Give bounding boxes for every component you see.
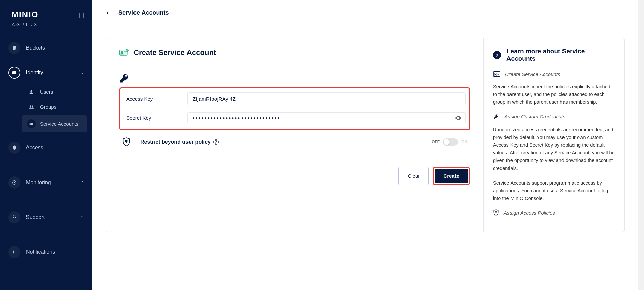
secret-key-label: Secret Key xyxy=(124,115,187,121)
button-row: Clear Create xyxy=(119,167,470,185)
svg-point-8 xyxy=(30,123,31,124)
help-paragraph: Randomized access credentials are recomm… xyxy=(493,126,615,172)
credentials-highlight: Access Key Secret Key xyxy=(119,87,470,130)
shield-outline-icon xyxy=(493,209,499,216)
svg-rect-7 xyxy=(30,123,33,125)
help-paragraph: Service Accounts inherit the policies ex… xyxy=(493,83,615,106)
toggle-off-label: OFF xyxy=(432,140,440,144)
sidebar-item-identity[interactable]: Identity ⌄ xyxy=(5,62,87,83)
access-icon xyxy=(8,142,20,154)
sidebar-item-users[interactable]: Users xyxy=(22,85,87,99)
help-paragraph: Service Accounts support programmatic ac… xyxy=(493,179,615,203)
sidebar-item-support[interactable]: Support ⌃ xyxy=(5,207,87,228)
card: Create Service Account Access Key xyxy=(106,38,625,232)
svg-point-18 xyxy=(125,140,127,142)
divider xyxy=(119,63,470,63)
help-panel: ? Learn more about Service Accounts Crea… xyxy=(483,38,624,232)
svg-point-23 xyxy=(496,212,497,213)
secret-key-input[interactable] xyxy=(187,112,466,123)
id-card-outline-icon xyxy=(493,71,500,77)
form-panel: Create Service Account Access Key xyxy=(106,38,483,232)
monitoring-icon xyxy=(8,176,20,189)
access-key-input[interactable] xyxy=(187,92,466,105)
scrollbar[interactable] xyxy=(638,0,644,290)
nav: Buckets Identity ⌄ Users Groups xyxy=(0,37,92,266)
help-subtitle-1: Create Service Accounts xyxy=(493,71,615,77)
logo: MINIO AGPLv3 xyxy=(12,10,38,27)
sidebar-item-notifications[interactable]: Notifications xyxy=(5,241,87,263)
create-button[interactable]: Create xyxy=(435,169,468,183)
restrict-label: Restrict beyond user policy xyxy=(140,139,211,145)
sidebar-item-service-accounts[interactable]: Service Accounts xyxy=(22,115,87,132)
key-icon xyxy=(119,73,470,83)
lambda-icon xyxy=(8,246,20,258)
identity-subitems: Users Groups Service Accounts xyxy=(5,85,87,132)
svg-point-5 xyxy=(30,105,31,107)
service-account-icon xyxy=(26,119,36,128)
secret-key-row: Secret Key xyxy=(124,112,466,123)
bucket-icon xyxy=(8,42,20,54)
sidebar: MINIO AGPLv3 Buckets Identity ⌄ U xyxy=(0,0,92,290)
policy-toggle[interactable] xyxy=(443,138,458,146)
svg-point-17 xyxy=(458,117,459,118)
clear-button[interactable]: Clear xyxy=(398,167,429,185)
brand-name: MINIO xyxy=(12,10,38,19)
eye-icon[interactable] xyxy=(455,115,462,121)
chevron-up-icon: ⌃ xyxy=(80,215,84,220)
shield-icon xyxy=(122,137,131,147)
sidebar-item-access[interactable]: Access xyxy=(5,137,87,158)
breadcrumb[interactable]: Service Accounts xyxy=(118,9,169,16)
help-subtitle-3: Assign Access Policies xyxy=(493,209,615,216)
main: Service Accounts Create Service Account xyxy=(92,0,638,290)
sidebar-item-groups[interactable]: Groups xyxy=(22,100,87,114)
toggle-thumb xyxy=(444,139,450,145)
key-outline-icon xyxy=(493,113,500,120)
user-icon xyxy=(26,89,36,95)
access-key-label: Access Key xyxy=(124,96,187,102)
access-key-row: Access Key xyxy=(124,92,466,105)
help-icon[interactable]: ? xyxy=(213,139,219,145)
groups-icon xyxy=(26,104,36,110)
page-title-row: Create Service Account xyxy=(119,48,470,57)
brand-license: AGPLv3 xyxy=(12,22,38,27)
svg-rect-3 xyxy=(12,71,16,74)
help-subtitle-2: Assign Custom Credentials xyxy=(493,113,615,120)
chevron-up-icon: ⌃ xyxy=(80,180,84,185)
svg-point-6 xyxy=(32,105,33,107)
svg-point-4 xyxy=(30,90,32,92)
sidebar-item-monitoring[interactable]: Monitoring ⌃ xyxy=(5,172,87,193)
menu-toggle-icon[interactable] xyxy=(78,12,86,19)
svg-point-20 xyxy=(495,73,496,75)
toggle-on-label: ON xyxy=(461,140,467,144)
question-icon: ? xyxy=(493,51,501,59)
content: Create Service Account Access Key xyxy=(92,26,638,290)
help-title: Learn more about Service Accounts xyxy=(506,48,615,62)
page-title: Create Service Account xyxy=(133,48,216,57)
svg-rect-19 xyxy=(493,72,500,76)
chevron-down-icon: ⌄ xyxy=(80,70,84,75)
identity-icon xyxy=(8,67,20,79)
topbar: Service Accounts xyxy=(92,0,638,26)
restrict-row: Restrict beyond user policy ? OFF ON xyxy=(119,137,470,147)
sidebar-item-buckets[interactable]: Buckets xyxy=(5,37,87,59)
back-arrow-icon[interactable] xyxy=(106,11,112,15)
toggle-area: OFF ON xyxy=(432,138,467,146)
id-card-icon xyxy=(119,49,129,56)
support-icon xyxy=(8,211,20,223)
logo-area: MINIO AGPLv3 xyxy=(0,7,92,37)
help-title-row: ? Learn more about Service Accounts xyxy=(493,48,615,62)
create-button-highlight: Create xyxy=(433,167,470,185)
svg-point-13 xyxy=(121,52,123,53)
svg-line-10 xyxy=(14,182,15,183)
